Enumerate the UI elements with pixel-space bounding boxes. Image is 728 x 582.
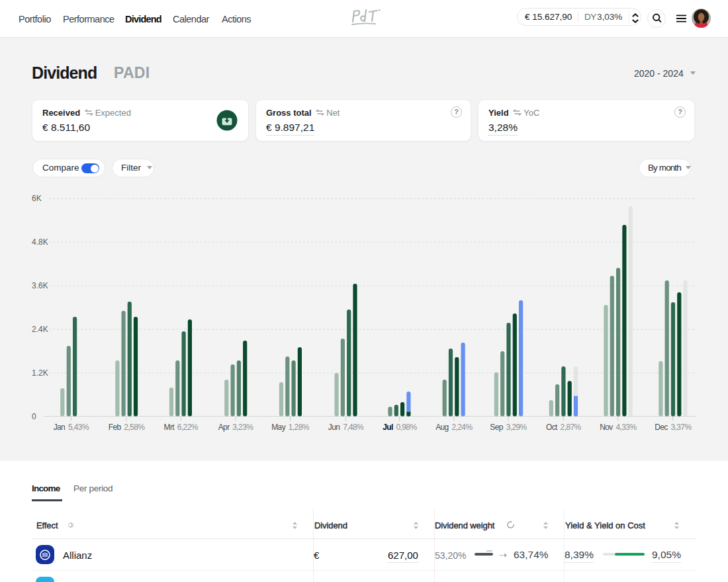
- svg-text:Apr 3,23%: Apr 3,23%: [218, 423, 254, 432]
- svg-text:3.6K: 3.6K: [32, 281, 48, 290]
- svg-text:Sep 3,29%: Sep 3,29%: [490, 423, 527, 432]
- svg-text:6K: 6K: [32, 194, 42, 203]
- svg-text:May 1,28%: May 1,28%: [271, 423, 310, 432]
- svg-text:Jul 0,98%: Jul 0,98%: [383, 423, 417, 432]
- svg-text:2.4K: 2.4K: [32, 325, 48, 334]
- svg-text:1.2K: 1.2K: [32, 368, 48, 378]
- svg-text:Nov 4,33%: Nov 4,33%: [600, 423, 637, 432]
- svg-text:Feb 2,58%: Feb 2,58%: [109, 423, 146, 432]
- svg-text:Mrt 6,22%: Mrt 6,22%: [164, 423, 199, 432]
- svg-text:4.8K: 4.8K: [32, 237, 48, 247]
- svg-text:Jan 5,43%: Jan 5,43%: [54, 423, 89, 432]
- svg-text:Jun 7,48%: Jun 7,48%: [328, 423, 364, 432]
- svg-text:0: 0: [32, 412, 36, 421]
- svg-text:Oct 2,87%: Oct 2,87%: [546, 423, 582, 432]
- svg-text:Dec 3,37%: Dec 3,37%: [655, 423, 692, 432]
- svg-text:Aug 2,24%: Aug 2,24%: [435, 423, 473, 432]
